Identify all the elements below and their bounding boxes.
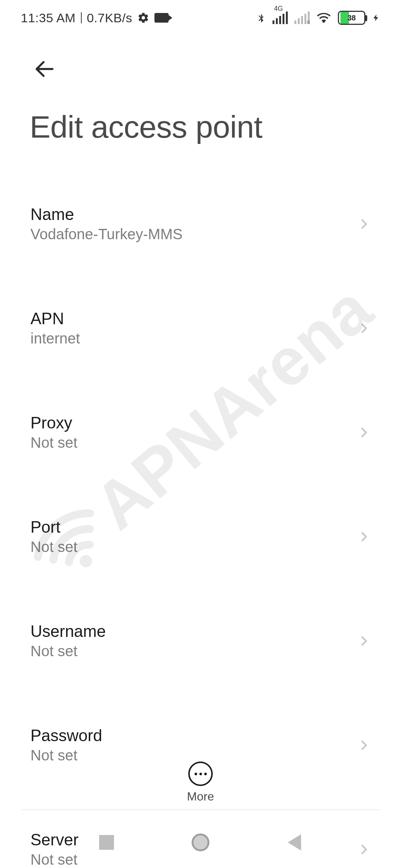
chevron-right-icon [357,530,371,543]
signal-1-icon: 4G [273,11,288,24]
chevron-right-icon [357,322,371,335]
setting-value: Not set [30,539,78,555]
setting-label: Proxy [30,414,78,432]
chevron-right-icon [357,634,371,648]
square-icon [99,835,114,850]
setting-label: Port [30,518,78,536]
setting-label: Name [30,205,183,224]
setting-row-apn[interactable]: APN internet [30,293,371,363]
setting-row-name[interactable]: Name Vodafone-Turkey-MMS [30,189,371,259]
gear-icon [137,12,149,24]
page-title: Edit access point [30,109,371,145]
status-netspeed: 0.7KB/s [87,11,133,25]
navigation-bar [0,817,401,868]
setting-label: Username [30,622,106,641]
settings-list: Name Vodafone-Turkey-MMS APN internet Pr… [0,145,401,868]
setting-value: Vodafone-Turkey-MMS [30,226,183,243]
charging-icon [372,11,380,25]
back-button[interactable] [30,54,59,84]
status-bar: 11:35 AM 0.7KB/s 4G × [0,0,401,36]
nav-recents-button[interactable] [94,829,120,855]
chevron-right-icon [357,426,371,439]
setting-value: Not set [30,434,78,451]
more-label: More [187,790,214,803]
status-time: 11:35 AM [21,11,76,25]
network-tag: 4G [274,5,283,13]
battery-icon: 38 [338,11,365,25]
signal-2-icon: × [294,11,310,24]
nav-back-button[interactable] [281,829,307,855]
nav-home-button[interactable] [188,829,213,855]
setting-label: APN [30,309,80,328]
circle-icon [192,834,209,851]
more-button[interactable]: More [0,762,401,803]
wifi-icon [316,10,331,25]
divider [22,809,379,810]
chevron-right-icon [357,217,371,231]
battery-percent: 38 [339,12,364,24]
status-separator [81,12,82,23]
more-icon [188,762,213,786]
setting-label: Password [30,726,102,745]
chevron-right-icon [357,739,371,752]
camera-icon [154,13,169,23]
arrow-left-icon [33,57,56,81]
setting-value: internet [30,330,80,347]
setting-row-proxy[interactable]: Proxy Not set [30,397,371,467]
setting-row-port[interactable]: Port Not set [30,502,371,572]
bluetooth-icon [256,11,266,25]
setting-row-username[interactable]: Username Not set [30,606,371,676]
setting-value: Not set [30,643,106,660]
triangle-left-icon [288,834,301,851]
